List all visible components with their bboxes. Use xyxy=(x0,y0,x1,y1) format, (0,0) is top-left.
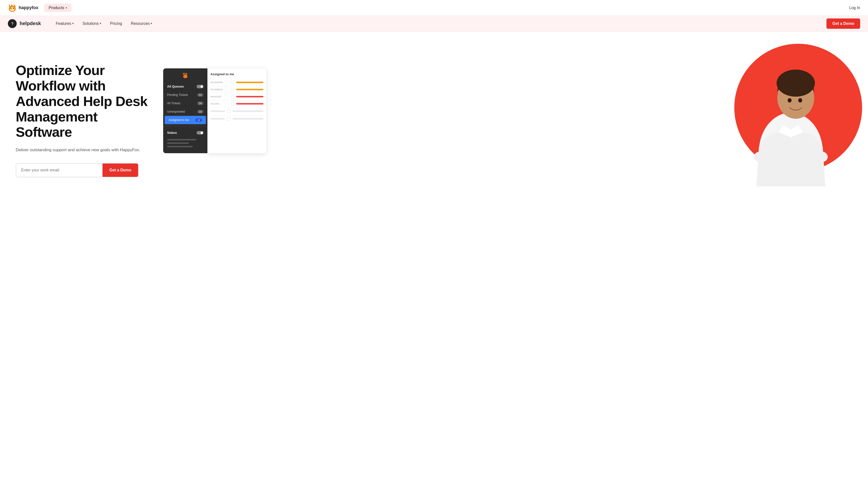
ticket-bar-3 xyxy=(236,96,264,97)
placeholder-check xyxy=(227,109,230,113)
hero-title: Optimize Your Workflow with Advanced Hel… xyxy=(16,63,153,140)
products-button[interactable]: Products ▾ xyxy=(44,4,71,12)
hero-content-left: Optimize Your Workflow with Advanced Hel… xyxy=(16,63,153,177)
ticket-check-4 xyxy=(231,102,234,105)
ticket-row: #SL003307 ☆ xyxy=(210,93,264,100)
status-bar-2 xyxy=(167,142,189,144)
dashboard-sidebar: All Queues Pending Tickets 12 All Ticket… xyxy=(163,68,208,153)
ticket-star-1: ☆ xyxy=(227,81,229,84)
solutions-dropdown-icon: ▾ xyxy=(100,22,101,25)
hero-subtitle: Deliver outstanding support and achieve … xyxy=(16,147,153,153)
dashboard-main-panel: Assigned to me #SL3005552 ☆ #SL4005612 ☆… xyxy=(208,68,267,153)
unresponded-item[interactable]: Unresponded 10 xyxy=(163,108,208,116)
all-tickets-count-badge: 34 xyxy=(197,102,204,105)
get-demo-button[interactable]: Get a Demo xyxy=(827,19,860,29)
pricing-link[interactable]: Pricing xyxy=(110,21,122,26)
unresponded-count-badge: 10 xyxy=(197,110,204,113)
status-item[interactable]: Status xyxy=(163,129,208,137)
person-svg xyxy=(744,49,838,187)
email-submit-button[interactable]: Get a Demo xyxy=(102,164,138,177)
person-visual xyxy=(744,49,838,187)
top-nav-left: happyfox Products ▾ xyxy=(8,3,71,12)
ticket-check-2 xyxy=(231,88,234,91)
sub-nav-brand: helpdesk Features ▾ Solutions ▾ Pricing … xyxy=(8,19,152,28)
products-dropdown-icon: ▾ xyxy=(66,6,67,9)
email-form: Get a Demo xyxy=(16,163,138,177)
svg-point-8 xyxy=(12,25,12,25)
placeholder-check-2 xyxy=(227,117,230,120)
ticket-id-4: #10.3001 xyxy=(210,103,225,105)
hero-visual-right: All Queues Pending Tickets 12 All Ticket… xyxy=(153,49,852,191)
helpdesk-icon xyxy=(8,19,17,28)
placeholder-main-bar xyxy=(232,110,264,112)
ticket-row: #SL3005552 ☆ xyxy=(210,79,264,86)
placeholder-main-bar-2 xyxy=(232,118,264,119)
assigned-count-badge: 12 xyxy=(196,118,202,122)
ticket-star-2: ☆ xyxy=(227,88,229,91)
login-button[interactable]: Log In xyxy=(849,6,860,10)
status-bar-3 xyxy=(167,146,193,147)
features-link[interactable]: Features ▾ xyxy=(56,21,74,26)
all-tickets-item[interactable]: All Tickets 34 xyxy=(163,99,208,108)
sidebar-fox-icon xyxy=(182,72,188,78)
ticket-star-4: ☆ xyxy=(227,103,229,105)
sub-nav-right: Get a Demo xyxy=(827,19,860,29)
ticket-bar-4 xyxy=(236,103,264,105)
status-bars xyxy=(163,137,208,149)
pending-tickets-item[interactable]: Pending Tickets 12 xyxy=(163,91,208,99)
helpdesk-logo-icon xyxy=(10,21,15,26)
ticket-id-3: #SL003307 xyxy=(210,95,225,98)
email-input[interactable] xyxy=(16,164,102,177)
resources-link[interactable]: Resources ▾ xyxy=(131,21,152,26)
svg-marker-10 xyxy=(185,73,186,75)
placeholder-bar xyxy=(210,110,225,112)
sidebar-header xyxy=(163,72,208,82)
ticket-bar-2 xyxy=(236,89,264,90)
ticket-bar-1 xyxy=(236,82,264,83)
top-navigation: happyfox Products ▾ Log In xyxy=(0,0,868,16)
ticket-star-3: ☆ xyxy=(227,95,229,98)
hero-section: Optimize Your Workflow with Advanced Hel… xyxy=(0,31,868,204)
svg-point-4 xyxy=(10,7,15,11)
helpdesk-brand-text: helpdesk xyxy=(20,21,41,26)
ticket-row: #10.3001 ☆ xyxy=(210,100,264,108)
ticket-row-placeholder-2 xyxy=(210,115,264,122)
solutions-link[interactable]: Solutions ▾ xyxy=(83,21,101,26)
sidebar-divider xyxy=(163,126,208,126)
dashboard-preview-card: All Queues Pending Tickets 12 All Ticket… xyxy=(163,68,267,153)
products-label: Products xyxy=(49,6,64,10)
ticket-row-placeholder-1 xyxy=(210,108,264,115)
svg-point-16 xyxy=(788,98,792,103)
resources-dropdown-icon: ▾ xyxy=(151,22,152,25)
pending-count-badge: 12 xyxy=(197,93,204,97)
all-queues-item[interactable]: All Queues xyxy=(163,82,208,91)
sub-nav-links: Features ▾ Solutions ▾ Pricing Resources… xyxy=(56,21,152,26)
svg-point-6 xyxy=(13,8,14,9)
happyfox-logo-text: happyfox xyxy=(19,5,38,10)
main-panel-title: Assigned to me xyxy=(210,72,264,76)
svg-point-5 xyxy=(10,8,11,9)
assigned-to-me-item[interactable]: Assigned to me 12 xyxy=(165,116,206,124)
placeholder-bar-2 xyxy=(210,118,225,119)
svg-point-12 xyxy=(183,75,187,78)
ticket-row: #SL4005612 ☆ xyxy=(210,86,264,93)
ticket-id-2: #SL4005612 xyxy=(210,88,225,91)
svg-marker-11 xyxy=(186,73,187,75)
fox-logo-icon xyxy=(8,3,17,12)
status-bar-1 xyxy=(167,139,196,140)
sub-navigation: helpdesk Features ▾ Solutions ▾ Pricing … xyxy=(0,16,868,31)
ticket-id-1: #SL3005552 xyxy=(210,81,225,84)
status-toggle[interactable] xyxy=(196,131,204,135)
ticket-check-3 xyxy=(231,95,234,98)
features-dropdown-icon: ▾ xyxy=(72,22,74,25)
ticket-check-1 xyxy=(231,81,234,84)
svg-point-17 xyxy=(798,98,802,103)
happyfox-logo[interactable]: happyfox xyxy=(8,3,38,12)
svg-marker-9 xyxy=(183,73,185,75)
all-queues-toggle[interactable] xyxy=(196,85,204,88)
